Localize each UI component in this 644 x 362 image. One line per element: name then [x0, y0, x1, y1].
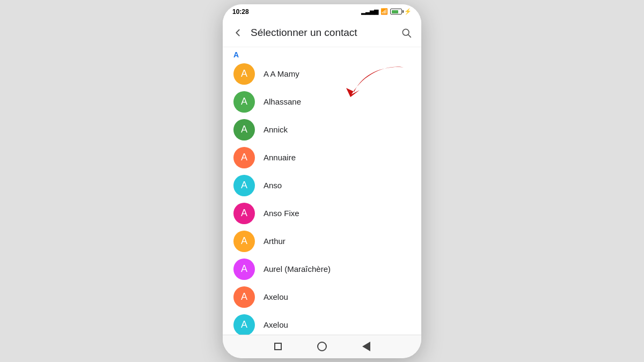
status-bar: 10:28 ▂▃▅▆ 📶 ⚡	[223, 4, 421, 19]
contact-item[interactable]: A A A Mamy	[223, 60, 421, 88]
contact-name: Annuaire	[264, 153, 296, 162]
search-icon	[401, 27, 412, 38]
phone-screen: 10:28 ▂▃▅▆ 📶 ⚡ Sélectionner un contact	[223, 4, 421, 358]
section-letter-a: A	[223, 47, 421, 60]
contact-item[interactable]: A Anso	[223, 172, 421, 200]
home-button[interactable]	[313, 338, 331, 355]
back-button[interactable]	[228, 23, 247, 42]
avatar: A	[233, 203, 255, 224]
contact-name: Alhassane	[264, 97, 301, 106]
contact-name: Anso	[264, 181, 282, 190]
recent-apps-icon	[274, 343, 282, 350]
avatar: A	[233, 63, 255, 85]
page-title: Sélectionner un contact	[251, 27, 397, 39]
home-icon	[317, 342, 327, 351]
contact-item[interactable]: A Axelou	[223, 311, 421, 335]
avatar: A	[233, 231, 255, 252]
back-icon	[232, 27, 244, 39]
wifi-icon: 📶	[380, 8, 388, 15]
battery-icon	[390, 9, 402, 14]
contact-item-alhassane[interactable]: A Alhassane	[223, 88, 421, 116]
back-nav-button[interactable]	[357, 338, 375, 355]
search-button[interactable]	[397, 23, 416, 42]
contact-item[interactable]: A Aurel (Maraîchère)	[223, 255, 421, 283]
avatar: A	[233, 258, 255, 280]
status-icons: ▂▃▅▆ 📶 ⚡	[361, 8, 412, 15]
back-nav-icon	[362, 342, 370, 351]
contact-name: Axelou	[264, 292, 288, 301]
avatar: A	[233, 314, 255, 335]
contact-name: A A Mamy	[264, 69, 299, 78]
signal-icon: ▂▃▅▆	[361, 8, 378, 15]
avatar: A	[233, 147, 255, 168]
contact-list[interactable]: A A A A Mamy A Alhassane A Annick A Annu…	[223, 47, 421, 335]
contact-item-arthur[interactable]: A Arthur	[223, 227, 421, 255]
toolbar: Sélectionner un contact	[223, 19, 421, 47]
avatar: A	[233, 91, 255, 113]
charging-icon: ⚡	[404, 8, 412, 15]
contact-name: Annick	[264, 125, 288, 134]
status-time: 10:28	[232, 8, 249, 16]
contact-name: Aurel (Maraîchère)	[264, 264, 331, 274]
contact-item[interactable]: A Annuaire	[223, 144, 421, 172]
contact-item[interactable]: A Axelou	[223, 283, 421, 311]
nav-bar	[223, 335, 421, 358]
contact-item[interactable]: A Anso Fixe	[223, 200, 421, 227]
contact-item[interactable]: A Annick	[223, 116, 421, 144]
svg-line-1	[408, 35, 411, 38]
recent-apps-button[interactable]	[269, 338, 287, 355]
avatar: A	[233, 286, 255, 308]
avatar: A	[233, 119, 255, 141]
contact-name: Arthur	[264, 237, 286, 246]
contact-name: Anso Fixe	[264, 209, 299, 218]
contact-name: Axelou	[264, 320, 288, 329]
avatar: A	[233, 175, 255, 196]
